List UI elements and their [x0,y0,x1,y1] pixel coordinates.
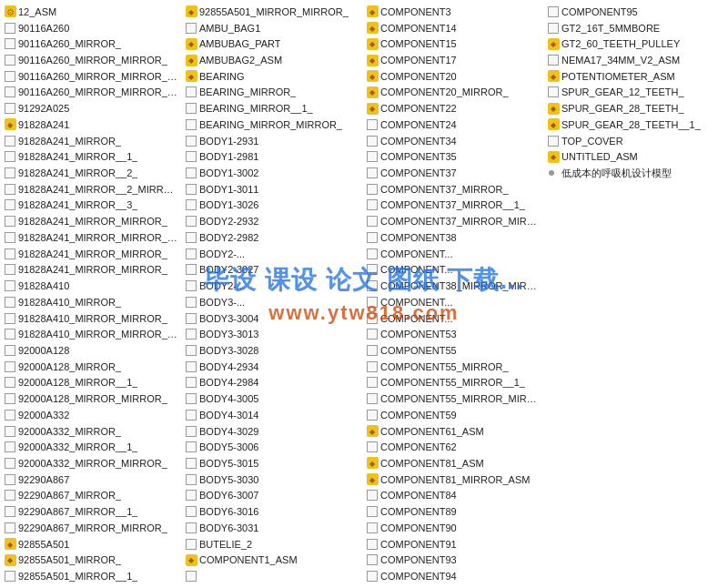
list-item[interactable]: ◆COMPONENT20_MIRROR_ [364,85,545,101]
list-item[interactable]: BODY4-3005 [183,390,364,407]
list-item[interactable]: TOP_COVER [545,133,726,149]
list-item[interactable]: 91828A241_MIRROR_MIRROR__1_ [2,229,183,246]
list-item[interactable]: 91292A025 [2,100,183,117]
list-item[interactable]: BODY5-3006 [183,439,364,455]
list-item[interactable]: BODY1-2981 [183,148,364,165]
list-item[interactable]: 90116A260_MIRROR_MIRROR_ [2,52,183,68]
list-item[interactable]: BODY5-3015 [183,455,364,471]
list-item[interactable]: BODY6-3007 [183,488,364,504]
list-item[interactable]: COMPONENT24 [364,117,545,133]
list-item[interactable]: BODY1-3026 [183,198,364,214]
list-item[interactable]: BODY4-2984 [183,375,364,391]
list-item[interactable]: COMPONENT37 [364,165,545,181]
list-item[interactable]: ◆COMPONENT81_ASM [364,455,545,471]
list-item[interactable]: COMPONENT38_MIRROR_MIRROR_ [364,278,545,294]
list-item[interactable]: ◆UNTITLED_ASM [545,148,726,165]
list-item[interactable]: BODY2-... [183,246,364,262]
list-item[interactable]: AMBU_BAG1 [183,20,364,36]
list-item[interactable]: 91828A241_MIRROR__2_ [2,165,183,181]
list-item[interactable]: 92000A128 [2,342,183,359]
list-item[interactable]: 92000A128_MIRROR__1_ [2,375,183,391]
list-item[interactable]: BODY1-3011 [183,181,364,198]
list-item[interactable]: 91828A410 [2,278,183,294]
list-item[interactable]: 91828A241_MIRROR_ [2,133,183,149]
list-item[interactable]: BODY2-3027 [183,262,364,279]
list-item[interactable] [183,568,364,584]
list-item[interactable]: COMPONENT55_MIRROR__1_ [364,375,545,391]
list-item[interactable]: 91828A241_MIRROR__3_ [2,198,183,214]
list-item[interactable]: ◆COMPONENT17 [364,52,545,68]
list-item[interactable]: ◆COMPONENT22 [364,100,545,117]
list-item[interactable]: BODY3-3013 [183,326,364,342]
list-item[interactable]: COMPONENT89 [364,503,545,520]
list-item[interactable]: ◆COMPONENT1_ASM [183,552,364,568]
list-item[interactable]: COMPONENT... [364,246,545,262]
list-item[interactable]: COMPONENT35 [364,148,545,165]
list-item[interactable]: NEMA17_34MM_V2_ASM [545,52,726,68]
list-item[interactable]: 91828A241_MIRROR__1_ [2,148,183,165]
list-item[interactable]: BODY4-3029 [183,423,364,440]
list-item[interactable]: ◆AMBUBAG2_ASM [183,52,364,68]
list-item[interactable]: COMPONENT55_MIRROR_ [364,359,545,375]
list-item[interactable]: 92000A128_MIRROR_ [2,359,183,375]
list-item[interactable]: 92290A867_MIRROR_ [2,488,183,504]
list-item[interactable]: ◆92855A501_MIRROR_ [2,552,183,568]
list-item[interactable]: BODY3-3028 [183,342,364,359]
list-item[interactable]: ◆91828A241 [2,117,183,133]
list-item[interactable]: COMPONENT34 [364,133,545,149]
list-item[interactable]: 92000A332 [2,407,183,423]
list-item[interactable]: 92000A332_MIRROR_MIRROR_ [2,455,183,471]
list-item[interactable]: COMPONENT37_MIRROR__1_ [364,198,545,214]
list-item[interactable]: ◆92855A501_MIRROR_MIRROR_ [183,4,364,20]
list-item[interactable]: 91828A241_MIRROR_MIRROR_ [2,246,183,262]
list-item[interactable]: 91828A410_MIRROR_ [2,294,183,310]
list-item[interactable]: 92290A867_MIRROR_MIRROR_ [2,520,183,536]
list-item[interactable]: COMPONENT53 [364,326,545,342]
list-item[interactable]: COMPONENT... [364,294,545,310]
list-item[interactable]: COMPONENT... [364,310,545,327]
list-item[interactable]: 91828A241_MIRROR__2_MIRROR_ [2,181,183,198]
list-item[interactable]: ◆SPUR_GEAR_28_TEETH_ [545,100,726,117]
list-item[interactable]: 92290A867 [2,471,183,488]
list-item[interactable]: ◆POTENTIOMETER_ASM [545,68,726,85]
list-item[interactable]: ◆COMPONENT61_ASM [364,423,545,440]
list-item[interactable]: 91828A410_MIRROR_MIRROR_MIRRO [2,326,183,342]
list-item[interactable]: COMPONENT55 [364,342,545,359]
list-item[interactable]: COMPONENT93 [364,552,545,568]
list-item[interactable]: 90116A260 [2,20,183,36]
list-item[interactable]: ◆SPUR_GEAR_28_TEETH__1_ [545,117,726,133]
list-item[interactable]: BODY1-2931 [183,133,364,149]
list-item[interactable]: 92000A332_MIRROR__1_ [2,439,183,455]
list-item[interactable]: COMPONENT37_MIRROR_MIRROR_ [364,213,545,229]
list-item[interactable]: 90116A260_MIRROR_MIRROR_MIRRO [2,85,183,101]
list-item[interactable]: SPUR_GEAR_12_TEETH_ [545,85,726,101]
list-item[interactable]: COMPONENT38 [364,229,545,246]
list-item[interactable]: BEARING_MIRROR_ [183,85,364,101]
list-item[interactable]: ◆92855A501 [2,536,183,553]
list-item[interactable]: 92855A501_MIRROR__1_ [2,568,183,584]
list-item[interactable]: COMPONENT91 [364,536,545,553]
list-item[interactable]: 90116A260_MIRROR_ [2,35,183,52]
list-item[interactable]: COMPONENT59 [364,407,545,423]
list-item[interactable]: ◆COMPONENT81_MIRROR_ASM [364,471,545,488]
list-item[interactable]: GT2_16T_5MMBORE [545,20,726,36]
list-item[interactable]: 91828A410_MIRROR_MIRROR_ [2,310,183,327]
list-item[interactable]: ◆COMPONENT20 [364,68,545,85]
list-item[interactable]: BODY3-3004 [183,310,364,327]
list-item[interactable]: ◆AMBUBAG_PART [183,35,364,52]
list-item[interactable]: BODY3-... [183,294,364,310]
list-item[interactable]: COMPONENT94 [364,568,545,584]
list-item[interactable]: 92000A332_MIRROR_ [2,423,183,440]
list-item[interactable]: BODY2-2982 [183,229,364,246]
list-item[interactable]: BODY6-3016 [183,503,364,520]
list-item[interactable]: BEARING_MIRROR_MIRROR_ [183,117,364,133]
list-item[interactable]: ◆COMPONENT15 [364,35,545,52]
list-item[interactable]: COMPONENT84 [364,488,545,504]
list-item[interactable]: 12_ASM [2,4,183,20]
list-item[interactable]: COMPONENT37_MIRROR_ [364,181,545,198]
list-item[interactable]: 低成本的呼吸机设计模型 [545,165,726,181]
list-item[interactable]: 91828A241_MIRROR_MIRROR_ [2,213,183,229]
list-item[interactable]: ◆GT2_60_TEETH_PULLEY [545,35,726,52]
list-item[interactable]: BUTELIE_2 [183,536,364,553]
list-item[interactable]: 91828A241_MIRROR_MIRROR_ [2,262,183,279]
